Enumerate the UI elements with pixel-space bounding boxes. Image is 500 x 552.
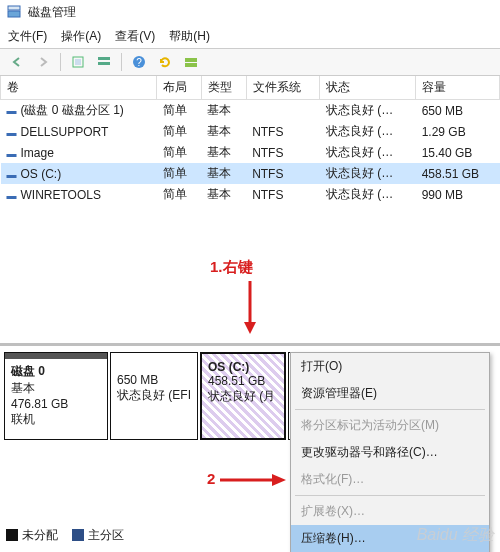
view-list-button[interactable] xyxy=(93,51,115,73)
swatch-unallocated-icon xyxy=(6,529,18,541)
table-row[interactable]: WINRETOOLS简单基本NTFS状态良好 (…990 MB xyxy=(1,184,500,205)
col-layout[interactable]: 布局 xyxy=(157,76,202,100)
disk-kind: 基本 xyxy=(11,380,101,397)
legend-unallocated: 未分配 xyxy=(22,528,58,542)
svg-marker-11 xyxy=(244,322,256,334)
up-button[interactable] xyxy=(67,51,89,73)
menu-bar: 文件(F) 操作(A) 查看(V) 帮助(H) xyxy=(0,24,500,48)
svg-text:?: ? xyxy=(136,57,142,68)
table-row[interactable]: Image简单基本NTFS状态良好 (…15.40 GB xyxy=(1,142,500,163)
svg-rect-8 xyxy=(185,58,197,62)
svg-rect-1 xyxy=(8,6,20,10)
toolbar: ? xyxy=(0,48,500,76)
annotation-step2: 2 xyxy=(207,470,215,487)
table-row[interactable]: OS (C:)简单基本NTFS状态良好 (…458.51 GB xyxy=(1,163,500,184)
ctx-open[interactable]: 打开(O) xyxy=(291,353,489,380)
ctx-mark-active: 将分区标记为活动分区(M) xyxy=(291,412,489,439)
arrow-icon xyxy=(240,276,260,336)
menu-view[interactable]: 查看(V) xyxy=(115,28,155,45)
svg-rect-3 xyxy=(75,59,81,65)
context-menu: 打开(O) 资源管理器(E) 将分区标记为活动分区(M) 更改驱动器号和路径(C… xyxy=(290,352,490,552)
back-button[interactable] xyxy=(6,51,28,73)
col-status[interactable]: 状态 xyxy=(320,76,416,100)
ctx-format: 格式化(F)… xyxy=(291,466,489,493)
disk-name: 磁盘 0 xyxy=(11,363,101,380)
col-capacity[interactable]: 容量 xyxy=(416,76,500,100)
refresh-button[interactable] xyxy=(154,51,176,73)
disk-state: 联机 xyxy=(11,411,101,428)
col-type[interactable]: 类型 xyxy=(201,76,246,100)
disk-size: 476.81 GB xyxy=(11,397,101,411)
partition-box[interactable]: OS (C:)458.51 GB状态良好 (月 xyxy=(200,352,286,440)
titlebar: 磁盘管理 xyxy=(0,0,500,24)
svg-marker-13 xyxy=(272,474,286,486)
menu-file[interactable]: 文件(F) xyxy=(8,28,47,45)
table-row[interactable]: DELLSUPPORT简单基本NTFS状态良好 (…1.29 GB xyxy=(1,121,500,142)
col-fs[interactable]: 文件系统 xyxy=(246,76,320,100)
menu-action[interactable]: 操作(A) xyxy=(61,28,101,45)
menu-help[interactable]: 帮助(H) xyxy=(169,28,210,45)
legend: 未分配 主分区 xyxy=(6,527,124,544)
window-title: 磁盘管理 xyxy=(28,4,76,21)
svg-rect-4 xyxy=(98,57,110,60)
svg-rect-5 xyxy=(98,62,110,65)
disk-layout-button[interactable] xyxy=(180,51,202,73)
swatch-primary-icon xyxy=(72,529,84,541)
help-button[interactable]: ? xyxy=(128,51,150,73)
col-volume[interactable]: 卷 xyxy=(1,76,157,100)
svg-rect-0 xyxy=(8,11,20,17)
svg-rect-9 xyxy=(185,63,197,67)
ctx-explorer[interactable]: 资源管理器(E) xyxy=(291,380,489,407)
table-row[interactable]: (磁盘 0 磁盘分区 1)简单基本状态良好 (…650 MB xyxy=(1,100,500,122)
volume-table: 卷 布局 类型 文件系统 状态 容量 (磁盘 0 磁盘分区 1)简单基本状态良好… xyxy=(0,76,500,205)
volume-list: 卷 布局 类型 文件系统 状态 容量 (磁盘 0 磁盘分区 1)简单基本状态良好… xyxy=(0,76,500,346)
forward-button[interactable] xyxy=(32,51,54,73)
arrow-icon xyxy=(218,472,288,488)
app-icon xyxy=(6,4,22,20)
annotation-step1: 1.右键 xyxy=(210,258,253,277)
legend-primary: 主分区 xyxy=(88,528,124,542)
partition-box[interactable]: 650 MB状态良好 (EFI xyxy=(110,352,198,440)
ctx-extend: 扩展卷(X)… xyxy=(291,498,489,525)
disk-header[interactable]: 磁盘 0 基本 476.81 GB 联机 xyxy=(4,352,108,440)
watermark: Baidu 经验 xyxy=(417,525,494,546)
ctx-change-letter[interactable]: 更改驱动器号和路径(C)… xyxy=(291,439,489,466)
